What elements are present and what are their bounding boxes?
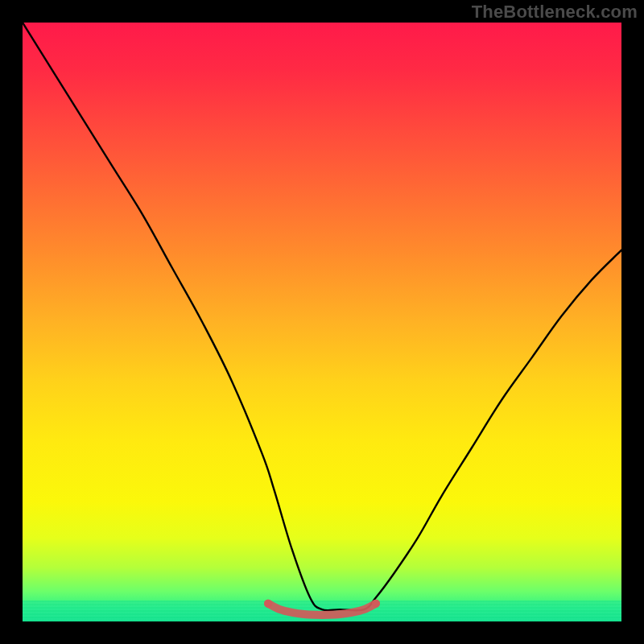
plot-area xyxy=(23,23,621,621)
chart-frame: TheBottleneck.com xyxy=(0,0,644,644)
svg-point-0 xyxy=(264,600,272,608)
curve-layer xyxy=(23,23,621,621)
watermark-text: TheBottleneck.com xyxy=(472,2,638,23)
bottleneck-curve xyxy=(23,23,621,610)
optimal-band xyxy=(264,600,380,615)
svg-point-1 xyxy=(372,600,380,608)
